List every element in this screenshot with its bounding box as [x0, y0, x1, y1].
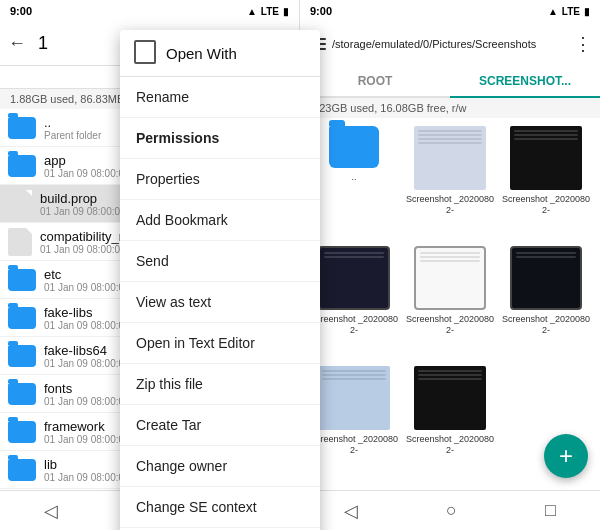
screen-line	[322, 370, 386, 372]
menu-item-view-as-text[interactable]: View as text	[120, 282, 320, 323]
screen-line	[324, 256, 384, 258]
screenshot-grid: .. Screenshot _20200802-	[300, 118, 600, 490]
right-tabs: ROOT SCREENSHOT...	[300, 66, 600, 98]
screen-line	[418, 138, 482, 140]
grid-item[interactable]: ..	[308, 126, 400, 242]
tab-root[interactable]: ROOT	[300, 66, 450, 96]
left-battery-icon: ▮	[283, 6, 289, 17]
screen-line	[420, 252, 480, 254]
file-meta: .. Parent folder	[44, 115, 101, 141]
grid-thumbnail	[414, 246, 486, 310]
menu-item-zip[interactable]: Zip this file	[120, 364, 320, 405]
grid-item[interactable]: Screenshot _20200802-	[404, 246, 496, 362]
folder-icon	[8, 307, 36, 329]
screen-line	[322, 374, 386, 376]
menu-item-create-tar[interactable]: Create Tar	[120, 405, 320, 446]
screen-line	[420, 256, 480, 258]
grid-thumbnail	[318, 366, 390, 430]
grid-label: Screenshot _20200802-	[404, 314, 496, 336]
left-status-icons: ▲ LTE ▮	[247, 6, 289, 17]
folder-icon	[8, 345, 36, 367]
screen-line	[418, 370, 482, 372]
grid-item[interactable]: Screenshot _20200802-	[404, 126, 496, 242]
file-name: ..	[44, 115, 101, 130]
right-time: 9:00	[310, 5, 332, 17]
right-toolbar: /storage/emulated/0/Pictures/Screenshots…	[300, 22, 600, 66]
file-details: Parent folder	[44, 130, 101, 141]
menu-item-change-se[interactable]: Change SE context	[120, 487, 320, 528]
grid-thumbnail	[510, 126, 582, 190]
left-status-bar: 9:00 ▲ LTE ▮	[0, 0, 299, 22]
grid-label: ..	[351, 172, 356, 183]
grid-item[interactable]: Screenshot _20200802-	[308, 366, 400, 482]
more-options-button[interactable]: ⋮	[574, 33, 592, 55]
folder-icon	[8, 383, 36, 405]
grid-label: Screenshot _20200802-	[404, 434, 496, 456]
left-panel: 9:00 ▲ LTE ▮ ← 1 SYSTEM 1.88GB used, 86.…	[0, 0, 300, 530]
grid-item[interactable]: Screenshot _20200802-	[308, 246, 400, 362]
menu-item-change-owner[interactable]: Change owner	[120, 446, 320, 487]
screen-line	[420, 260, 480, 262]
file-icon	[8, 190, 32, 218]
context-menu: Open With Rename Permissions Properties …	[120, 30, 320, 530]
nav-back-button[interactable]: ◁	[336, 492, 366, 530]
grid-item[interactable]: Screenshot _20200802-	[500, 246, 592, 362]
grid-label: Screenshot _20200802-	[308, 434, 400, 456]
screen-content	[324, 252, 384, 304]
folder-icon	[8, 117, 36, 139]
back-button[interactable]: ←	[8, 33, 26, 54]
folder-icon	[8, 269, 36, 291]
nav-recent-button[interactable]: □	[537, 492, 564, 529]
nav-home-button[interactable]: ○	[438, 492, 465, 529]
right-content: .. Screenshot _20200802-	[300, 118, 600, 490]
copy-icon	[136, 42, 156, 64]
menu-item-permissions[interactable]: Permissions	[120, 118, 320, 159]
screen-content	[418, 130, 482, 186]
menu-item-rename[interactable]: Rename	[120, 77, 320, 118]
grid-thumbnail	[414, 126, 486, 190]
grid-label: Screenshot _20200802-	[500, 314, 592, 336]
menu-item-send[interactable]: Send	[120, 241, 320, 282]
left-lte-label: LTE	[261, 6, 279, 17]
folder-icon	[8, 421, 36, 443]
screen-content	[514, 130, 578, 186]
menu-item-open-in-editor[interactable]: Open in Text Editor	[120, 323, 320, 364]
screen-line	[514, 134, 578, 136]
screen-line	[418, 142, 482, 144]
menu-item-add-bookmark[interactable]: Add Bookmark	[120, 200, 320, 241]
tab-screenshot[interactable]: SCREENSHOT...	[450, 66, 600, 96]
grid-item[interactable]: Screenshot _20200802-	[500, 126, 592, 242]
right-status-icons: ▲ LTE ▮	[548, 6, 590, 17]
right-lte-label: LTE	[562, 6, 580, 17]
context-menu-title: Open With	[166, 45, 237, 62]
fab-button[interactable]: +	[544, 434, 588, 478]
screen-line	[514, 130, 578, 132]
grid-thumbnail	[318, 246, 390, 310]
screen-line	[324, 252, 384, 254]
right-status-bar: 9:00 ▲ LTE ▮	[300, 0, 600, 22]
menu-item-properties[interactable]: Properties	[120, 159, 320, 200]
grid-thumbnail	[510, 246, 582, 310]
grid-label: Screenshot _20200802-	[308, 314, 400, 336]
grid-item[interactable]: Screenshot _20200802-	[404, 366, 496, 482]
right-signal-icon: ▲	[548, 6, 558, 17]
grid-thumbnail	[414, 366, 486, 430]
right-storage-info: 8.23GB used, 16.08GB free, r/w	[300, 98, 600, 118]
screen-line	[418, 134, 482, 136]
nav-back-button[interactable]: ◁	[36, 492, 66, 530]
right-panel: 9:00 ▲ LTE ▮ /storage/emulated/0/Picture…	[300, 0, 600, 530]
grid-folder-icon	[329, 126, 379, 168]
left-signal-icon: ▲	[247, 6, 257, 17]
grid-label: Screenshot _20200802-	[404, 194, 496, 216]
screen-line	[516, 252, 576, 254]
screen-line	[516, 256, 576, 258]
folder-icon	[8, 155, 36, 177]
folder-icon	[8, 459, 36, 481]
screen-line	[418, 374, 482, 376]
right-battery-icon: ▮	[584, 6, 590, 17]
screen-line	[322, 378, 386, 380]
file-icon	[8, 228, 32, 256]
path-bar: /storage/emulated/0/Pictures/Screenshots	[332, 38, 568, 50]
toolbar-title: 1	[38, 33, 48, 54]
screen-content	[418, 370, 482, 426]
